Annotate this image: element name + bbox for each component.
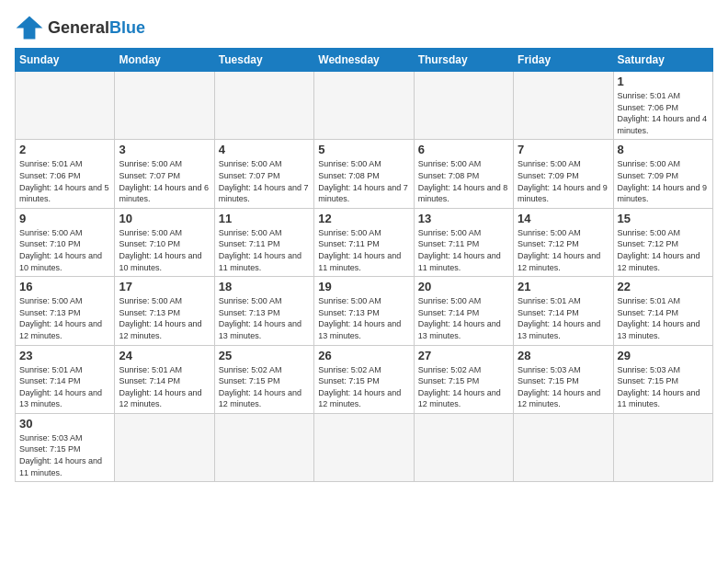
calendar-cell: 24Sunrise: 5:01 AMSunset: 7:14 PMDayligh… bbox=[115, 345, 214, 413]
day-number: 3 bbox=[119, 143, 210, 156]
day-number: 16 bbox=[19, 280, 110, 293]
calendar-cell: 9Sunrise: 5:00 AMSunset: 7:10 PMDaylight… bbox=[16, 208, 115, 276]
day-number: 14 bbox=[518, 212, 609, 225]
day-info: Sunrise: 5:00 AMSunset: 7:11 PMDaylight:… bbox=[418, 227, 509, 273]
logo-icon bbox=[15, 15, 44, 40]
day-info: Sunrise: 5:00 AMSunset: 7:12 PMDaylight:… bbox=[518, 227, 609, 273]
calendar-cell: 10Sunrise: 5:00 AMSunset: 7:10 PMDayligh… bbox=[115, 208, 214, 276]
svg-marker-0 bbox=[17, 17, 43, 40]
day-info: Sunrise: 5:01 AMSunset: 7:14 PMDaylight:… bbox=[618, 295, 709, 341]
day-header-monday: Monday bbox=[115, 49, 214, 72]
day-info: Sunrise: 5:00 AMSunset: 7:09 PMDaylight:… bbox=[518, 158, 609, 204]
day-info: Sunrise: 5:00 AMSunset: 7:11 PMDaylight:… bbox=[318, 227, 409, 273]
day-info: Sunrise: 5:01 AMSunset: 7:14 PMDaylight:… bbox=[119, 364, 210, 410]
calendar-cell: 22Sunrise: 5:01 AMSunset: 7:14 PMDayligh… bbox=[613, 277, 712, 345]
day-number: 5 bbox=[318, 143, 409, 156]
calendar-cell: 29Sunrise: 5:03 AMSunset: 7:15 PMDayligh… bbox=[613, 345, 712, 413]
calendar-cell: 13Sunrise: 5:00 AMSunset: 7:11 PMDayligh… bbox=[414, 208, 513, 276]
calendar-cell bbox=[115, 72, 214, 140]
logo: GeneralBlue bbox=[15, 15, 145, 40]
page-header: GeneralBlue bbox=[15, 15, 713, 40]
calendar-cell bbox=[514, 72, 613, 140]
calendar-cell: 1Sunrise: 5:01 AMSunset: 7:06 PMDaylight… bbox=[613, 72, 712, 140]
calendar-week-row: 1Sunrise: 5:01 AMSunset: 7:06 PMDaylight… bbox=[16, 72, 713, 140]
day-number: 22 bbox=[618, 280, 709, 293]
day-info: Sunrise: 5:02 AMSunset: 7:15 PMDaylight:… bbox=[418, 364, 509, 410]
day-number: 30 bbox=[19, 417, 110, 431]
calendar-cell: 28Sunrise: 5:03 AMSunset: 7:15 PMDayligh… bbox=[514, 345, 613, 413]
calendar-cell: 14Sunrise: 5:00 AMSunset: 7:12 PMDayligh… bbox=[514, 208, 613, 276]
day-info: Sunrise: 5:00 AMSunset: 7:13 PMDaylight:… bbox=[318, 295, 409, 341]
day-info: Sunrise: 5:00 AMSunset: 7:11 PMDaylight:… bbox=[219, 227, 310, 273]
day-info: Sunrise: 5:00 AMSunset: 7:08 PMDaylight:… bbox=[418, 158, 509, 204]
day-header-friday: Friday bbox=[514, 49, 613, 72]
day-info: Sunrise: 5:01 AMSunset: 7:06 PMDaylight:… bbox=[19, 158, 110, 204]
day-number: 10 bbox=[119, 212, 210, 225]
day-info: Sunrise: 5:00 AMSunset: 7:09 PMDaylight:… bbox=[618, 158, 709, 204]
calendar-cell: 7Sunrise: 5:00 AMSunset: 7:09 PMDaylight… bbox=[514, 140, 613, 208]
day-info: Sunrise: 5:01 AMSunset: 7:06 PMDaylight:… bbox=[618, 90, 709, 136]
calendar-cell: 12Sunrise: 5:00 AMSunset: 7:11 PMDayligh… bbox=[314, 208, 414, 276]
day-number: 13 bbox=[418, 212, 509, 225]
day-info: Sunrise: 5:00 AMSunset: 7:07 PMDaylight:… bbox=[119, 158, 210, 204]
calendar-cell bbox=[314, 72, 414, 140]
day-number: 19 bbox=[318, 280, 409, 293]
calendar-cell bbox=[16, 72, 115, 140]
day-number: 12 bbox=[318, 212, 409, 225]
calendar-week-row: 30Sunrise: 5:03 AMSunset: 7:15 PMDayligh… bbox=[16, 413, 713, 481]
day-header-wednesday: Wednesday bbox=[314, 49, 414, 72]
day-number: 17 bbox=[119, 280, 210, 293]
calendar-cell: 23Sunrise: 5:01 AMSunset: 7:14 PMDayligh… bbox=[16, 345, 115, 413]
day-number: 27 bbox=[418, 349, 509, 362]
day-header-thursday: Thursday bbox=[414, 49, 513, 72]
calendar-cell: 5Sunrise: 5:00 AMSunset: 7:08 PMDaylight… bbox=[314, 140, 414, 208]
day-info: Sunrise: 5:02 AMSunset: 7:15 PMDaylight:… bbox=[318, 364, 409, 410]
calendar-cell: 18Sunrise: 5:00 AMSunset: 7:13 PMDayligh… bbox=[214, 277, 313, 345]
calendar-cell: 25Sunrise: 5:02 AMSunset: 7:15 PMDayligh… bbox=[214, 345, 313, 413]
day-number: 28 bbox=[518, 349, 609, 362]
calendar-cell: 6Sunrise: 5:00 AMSunset: 7:08 PMDaylight… bbox=[414, 140, 513, 208]
calendar-week-row: 2Sunrise: 5:01 AMSunset: 7:06 PMDaylight… bbox=[16, 140, 713, 208]
calendar-cell bbox=[115, 413, 214, 481]
day-number: 23 bbox=[19, 349, 110, 362]
day-number: 24 bbox=[119, 349, 210, 362]
calendar-cell: 26Sunrise: 5:02 AMSunset: 7:15 PMDayligh… bbox=[314, 345, 414, 413]
day-header-sunday: Sunday bbox=[16, 49, 115, 72]
day-number: 2 bbox=[19, 143, 110, 156]
day-number: 9 bbox=[19, 212, 110, 225]
calendar-cell: 11Sunrise: 5:00 AMSunset: 7:11 PMDayligh… bbox=[214, 208, 313, 276]
day-info: Sunrise: 5:00 AMSunset: 7:07 PMDaylight:… bbox=[219, 158, 310, 204]
calendar-week-row: 16Sunrise: 5:00 AMSunset: 7:13 PMDayligh… bbox=[16, 277, 713, 345]
day-info: Sunrise: 5:00 AMSunset: 7:13 PMDaylight:… bbox=[119, 295, 210, 341]
day-header-tuesday: Tuesday bbox=[214, 49, 313, 72]
day-info: Sunrise: 5:01 AMSunset: 7:14 PMDaylight:… bbox=[19, 364, 110, 410]
calendar-cell: 15Sunrise: 5:00 AMSunset: 7:12 PMDayligh… bbox=[613, 208, 712, 276]
day-info: Sunrise: 5:00 AMSunset: 7:13 PMDaylight:… bbox=[19, 295, 110, 341]
day-number: 18 bbox=[219, 280, 310, 293]
day-number: 8 bbox=[618, 143, 709, 156]
calendar-cell bbox=[414, 413, 513, 481]
calendar-week-row: 9Sunrise: 5:00 AMSunset: 7:10 PMDaylight… bbox=[16, 208, 713, 276]
day-info: Sunrise: 5:03 AMSunset: 7:15 PMDaylight:… bbox=[518, 364, 609, 410]
day-info: Sunrise: 5:00 AMSunset: 7:10 PMDaylight:… bbox=[19, 227, 110, 273]
day-number: 15 bbox=[618, 212, 709, 225]
calendar-cell: 16Sunrise: 5:00 AMSunset: 7:13 PMDayligh… bbox=[16, 277, 115, 345]
calendar-cell: 4Sunrise: 5:00 AMSunset: 7:07 PMDaylight… bbox=[214, 140, 313, 208]
day-info: Sunrise: 5:00 AMSunset: 7:13 PMDaylight:… bbox=[219, 295, 310, 341]
calendar-cell: 19Sunrise: 5:00 AMSunset: 7:13 PMDayligh… bbox=[314, 277, 414, 345]
day-number: 21 bbox=[518, 280, 609, 293]
calendar-cell bbox=[214, 413, 313, 481]
calendar-cell: 27Sunrise: 5:02 AMSunset: 7:15 PMDayligh… bbox=[414, 345, 513, 413]
day-number: 7 bbox=[518, 143, 609, 156]
day-info: Sunrise: 5:03 AMSunset: 7:15 PMDaylight:… bbox=[618, 364, 709, 410]
day-info: Sunrise: 5:03 AMSunset: 7:15 PMDaylight:… bbox=[19, 432, 110, 478]
day-number: 4 bbox=[219, 143, 310, 156]
calendar-cell: 20Sunrise: 5:00 AMSunset: 7:14 PMDayligh… bbox=[414, 277, 513, 345]
calendar-cell bbox=[214, 72, 313, 140]
calendar-cell bbox=[414, 72, 513, 140]
day-info: Sunrise: 5:00 AMSunset: 7:14 PMDaylight:… bbox=[418, 295, 509, 341]
day-info: Sunrise: 5:00 AMSunset: 7:10 PMDaylight:… bbox=[119, 227, 210, 273]
day-number: 11 bbox=[219, 212, 310, 225]
day-info: Sunrise: 5:00 AMSunset: 7:12 PMDaylight:… bbox=[618, 227, 709, 273]
day-info: Sunrise: 5:02 AMSunset: 7:15 PMDaylight:… bbox=[219, 364, 310, 410]
